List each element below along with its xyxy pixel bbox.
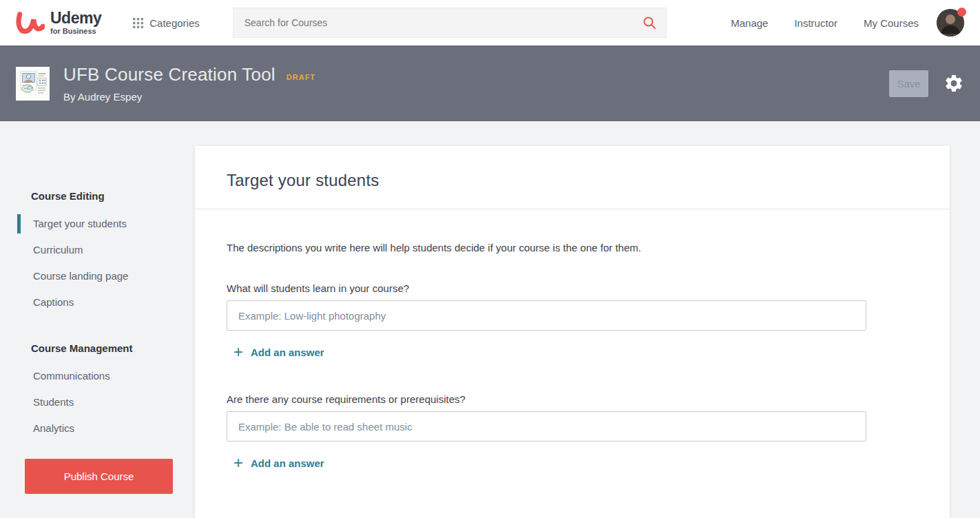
intro-text: The descriptions you write here will hel… — [227, 242, 918, 253]
nav-links: Manage Instructor My Courses — [731, 17, 919, 29]
plus-icon: + — [233, 456, 243, 470]
add-answer-label: Add an answer — [251, 346, 324, 358]
add-answer-button-learn[interactable]: + Add an answer — [233, 345, 918, 359]
sidebar-item-target-your-students[interactable]: Target your students — [33, 216, 195, 232]
logo-brand: Udemy — [50, 10, 101, 26]
sidebar-heading-course-editing: Course Editing — [31, 190, 195, 202]
search-button[interactable] — [633, 16, 666, 30]
course-thumbnail-illustration — [16, 67, 50, 101]
notification-dot — [957, 8, 966, 17]
sidebar-item-label: Captions — [33, 296, 74, 308]
categories-grid-icon — [133, 18, 143, 28]
udemy-logo[interactable]: Udemy for Business — [16, 9, 101, 37]
search-bar — [233, 8, 667, 38]
avatar[interactable] — [937, 9, 964, 37]
add-answer-button-requirements[interactable]: + Add an answer — [233, 456, 918, 470]
sidebar-item-label: Communications — [33, 370, 110, 382]
sidebar-heading-course-management: Course Management — [31, 342, 195, 354]
logo-subtitle: for Business — [50, 28, 101, 35]
sidebar-item-curriculum[interactable]: Curriculum — [33, 242, 195, 258]
course-thumbnail — [16, 67, 50, 101]
sidebar-item-label: Target your students — [33, 218, 127, 229]
course-editing-list: Target your students Curriculum Course l… — [33, 216, 195, 311]
sidebar-item-label: Curriculum — [33, 244, 83, 256]
course-header: UFB Course Creation Tool DRAFT By Audrey… — [0, 45, 980, 121]
course-title: UFB Course Creation Tool — [63, 64, 275, 85]
nav-instructor[interactable]: Instructor — [794, 17, 837, 29]
course-management-list: Communications Students Analytics — [33, 368, 195, 437]
question-label-learn: What will students learn in your course? — [227, 282, 918, 294]
answer-input-learn[interactable] — [227, 300, 866, 331]
question-label-requirements: Are there any course requirements or pre… — [227, 393, 918, 405]
udemy-logo-icon — [16, 9, 45, 37]
search-input[interactable] — [233, 8, 633, 37]
top-navigation: Udemy for Business Categories Manage Ins… — [0, 0, 980, 45]
add-answer-label: Add an answer — [251, 457, 324, 469]
publish-course-button[interactable]: Publish Course — [25, 459, 173, 494]
answer-input-requirements[interactable] — [227, 411, 866, 442]
sidebar-item-course-landing-page[interactable]: Course landing page — [33, 268, 195, 284]
status-badge: DRAFT — [286, 69, 315, 81]
sidebar-item-label: Course landing page — [33, 270, 128, 282]
nav-my-courses[interactable]: My Courses — [864, 17, 919, 29]
search-icon — [643, 16, 656, 30]
categories-menu[interactable]: Categories — [133, 17, 200, 29]
card-header: Target your students — [195, 146, 950, 209]
sidebar: Course Editing Target your students Curr… — [0, 121, 195, 494]
sidebar-item-communications[interactable]: Communications — [33, 368, 195, 384]
sidebar-item-label: Analytics — [33, 422, 74, 434]
content-area: Course Editing Target your students Curr… — [0, 121, 980, 518]
sidebar-item-analytics[interactable]: Analytics — [33, 420, 195, 437]
sidebar-item-label: Students — [33, 396, 74, 408]
question-group-requirements: Are there any course requirements or pre… — [227, 393, 918, 470]
course-author: By Audrey Espey — [63, 91, 315, 103]
question-group-learn: What will students learn in your course?… — [227, 282, 918, 359]
card-body: The descriptions you write here will hel… — [195, 209, 950, 518]
main-card: Target your students The descriptions yo… — [195, 146, 950, 518]
gear-icon[interactable] — [943, 73, 964, 94]
course-meta: UFB Course Creation Tool DRAFT By Audrey… — [63, 64, 315, 103]
logo-text: Udemy for Business — [50, 10, 101, 35]
active-item-indicator — [17, 214, 21, 234]
categories-label: Categories — [149, 17, 200, 29]
nav-manage[interactable]: Manage — [731, 17, 768, 29]
save-button[interactable]: Save — [889, 70, 928, 97]
plus-icon: + — [233, 345, 243, 359]
sidebar-item-students[interactable]: Students — [33, 394, 195, 411]
sidebar-item-captions[interactable]: Captions — [33, 294, 195, 311]
page-title: Target your students — [227, 171, 918, 190]
header-actions: Save — [889, 70, 964, 97]
